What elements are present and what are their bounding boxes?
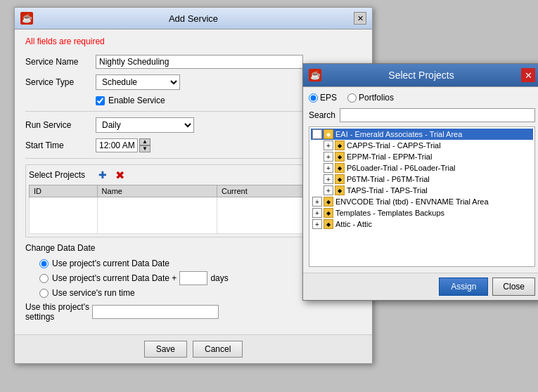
change-data-date-label: Change Data Date [25, 243, 96, 253]
days-input[interactable] [179, 271, 207, 285]
radio-service-run-time[interactable] [39, 289, 49, 298]
select-projects-titlebar: ☕ Select Projects ✕ [303, 64, 538, 87]
tree-icon-taps: ◆ [335, 185, 345, 195]
tree-icon-eai: ◆ [324, 129, 333, 139]
tree-toggle-p6loader[interactable]: + [324, 163, 333, 173]
cancel-button[interactable]: Cancel [193, 341, 243, 358]
tree-item-eppm[interactable]: + ◆ EPPM-Trial - EPPM-Trial [311, 151, 533, 162]
tree-toggle-eppm[interactable]: + [324, 152, 333, 162]
java-icon: ☕ [20, 12, 33, 25]
select-projects-label: Select Projects [29, 170, 96, 180]
tree-label-capps: CAPPS-Trial - CAPPS-Trial [347, 141, 441, 150]
tree-icon-capps: ◆ [335, 141, 345, 150]
tree-label-eai: EAI - Emerald Associates - Trial Area [335, 130, 462, 138]
sp-content: EPS Portfolios Search − ◆ EAI - Emerald … [303, 87, 538, 273]
tree-toggle-capps[interactable]: + [324, 141, 333, 150]
tree-label-templates: Templates - Templates Backups [335, 209, 444, 217]
spinner-down-btn[interactable]: ▼ [139, 145, 150, 152]
add-service-close-button[interactable]: ✕ [354, 12, 366, 25]
tree-toggle-attic[interactable]: + [312, 219, 322, 229]
use-project-row: Use this project's settings [25, 302, 361, 322]
remove-project-button[interactable]: ✖ [113, 168, 127, 182]
tree-toggle-envcode[interactable]: + [312, 197, 322, 207]
start-time-input[interactable] [96, 138, 138, 152]
sp-close-button[interactable]: Close [492, 277, 535, 296]
tree-item-taps[interactable]: + ◆ TAPS-Trial - TAPS-Trial [311, 185, 533, 196]
radio2-label: Use project's current Data Date + [52, 273, 177, 283]
tree-icon-attic: ◆ [324, 219, 333, 229]
tree-icon-p6tm: ◆ [335, 174, 345, 184]
select-projects-close-button[interactable]: ✕ [521, 68, 535, 82]
tree-icon-envcode: ◆ [324, 197, 333, 207]
tree-icon-eppm: ◆ [335, 152, 345, 162]
tree-toggle-templates[interactable]: + [312, 208, 322, 218]
service-type-label: Service Type [25, 77, 96, 87]
sp-tree[interactable]: − ◆ EAI - Emerald Associates - Trial Are… [309, 126, 535, 267]
sp-portfolios-label: Portfolios [359, 93, 394, 103]
enable-service-checkbox[interactable] [96, 96, 105, 105]
tree-item-attic[interactable]: + ◆ Attic - Attic [311, 218, 533, 230]
tree-toggle-eai[interactable]: − [312, 129, 322, 139]
sp-eps-label: EPS [320, 93, 337, 103]
run-service-label: Run Service [25, 120, 96, 130]
tree-label-p6loader: P6Loader-Trial - P6Loader-Trial [347, 164, 455, 172]
tree-item-p6tm[interactable]: + ◆ P6TM-Trial - P6TM-Trial [311, 174, 533, 185]
tree-label-attic: Attic - Attic [335, 220, 372, 228]
add-service-footer: Save Cancel [15, 334, 372, 363]
required-message: All fields are required [25, 37, 361, 46]
add-service-title: Add Service [33, 13, 354, 24]
tree-toggle-taps[interactable]: + [324, 185, 333, 195]
sp-radio-portfolios-label[interactable]: Portfolios [347, 93, 394, 103]
use-project-label: Use this project's settings [25, 302, 92, 322]
select-projects-dialog: ☕ Select Projects ✕ EPS Portfolios Searc… [302, 63, 538, 301]
tree-toggle-p6tm[interactable]: + [324, 174, 333, 184]
tree-item-capps[interactable]: + ◆ CAPPS-Trial - CAPPS-Trial [311, 140, 533, 151]
save-button[interactable]: Save [144, 341, 187, 358]
sp-radio-portfolios[interactable] [347, 93, 357, 103]
start-time-label: Start Time [25, 141, 96, 150]
sp-search-input[interactable] [340, 108, 535, 122]
service-name-label: Service Name [25, 57, 96, 67]
radio-current-data-date[interactable] [39, 259, 49, 268]
col-name: Name [97, 185, 217, 197]
sp-search-row: Search [309, 108, 535, 122]
tree-item-templates[interactable]: + ◆ Templates - Templates Backups [311, 207, 533, 218]
radio3-label: Use service's run time [52, 288, 135, 298]
tree-icon-templates: ◆ [324, 208, 333, 218]
sp-radio-eps-label[interactable]: EPS [309, 93, 337, 103]
tree-item-eai[interactable]: − ◆ EAI - Emerald Associates - Trial Are… [311, 129, 533, 140]
radio1-label: Use project's current Data Date [52, 259, 169, 268]
add-service-titlebar: ☕ Add Service ✕ [15, 8, 372, 30]
col-id: ID [30, 185, 98, 197]
run-service-select[interactable]: Daily Weekly Monthly [96, 117, 194, 133]
start-time-spinner: ▲ ▼ [139, 138, 150, 152]
tree-item-p6loader[interactable]: + ◆ P6Loader-Trial - P6Loader-Trial [311, 162, 533, 174]
sp-radio-group: EPS Portfolios [309, 93, 535, 103]
spinner-up-btn[interactable]: ▲ [139, 138, 150, 145]
tree-item-envcode[interactable]: + ◆ ENVCODE Trial (tbd) - ENVNAME Trial … [311, 196, 533, 207]
service-name-input[interactable] [96, 55, 303, 69]
select-projects-title: Select Projects [321, 70, 521, 81]
sp-search-label: Search [309, 110, 335, 120]
use-project-input[interactable] [92, 305, 219, 319]
tree-label-eppm: EPPM-Trial - EPPM-Trial [347, 152, 432, 161]
tree-label-envcode: ENVCODE Trial (tbd) - ENVNAME Trial Area [335, 197, 489, 206]
days-label: days [210, 273, 228, 283]
enable-service-label: Enable Service [108, 96, 165, 105]
service-type-select[interactable]: Schedule Job [96, 74, 180, 90]
sp-footer: Assign Close [303, 273, 538, 300]
sp-radio-eps[interactable] [309, 93, 318, 103]
assign-button[interactable]: Assign [439, 277, 488, 296]
tree-label-taps: TAPS-Trial - TAPS-Trial [347, 186, 428, 195]
radio-data-date-plus[interactable] [39, 274, 49, 283]
tree-label-p6tm: P6TM-Trial - P6TM-Trial [347, 175, 430, 183]
tree-icon-p6loader: ◆ [335, 163, 345, 173]
sp-java-icon: ☕ [309, 69, 321, 81]
add-project-button[interactable]: ✚ [96, 168, 110, 182]
